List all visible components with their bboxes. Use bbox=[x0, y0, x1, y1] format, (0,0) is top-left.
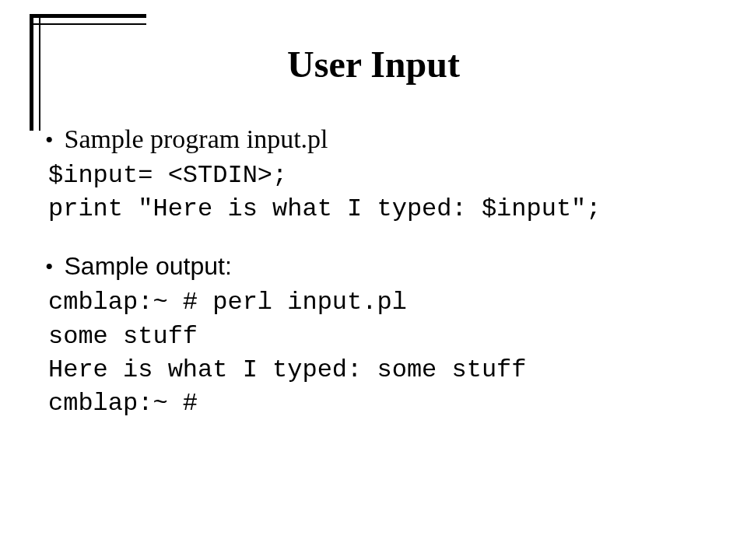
bullet-text: Sample program input.pl bbox=[65, 124, 328, 154]
bullet-text: Sample output: bbox=[65, 252, 232, 281]
bullet-item: • Sample output: bbox=[48, 252, 716, 281]
slide-title: User Input bbox=[0, 43, 747, 86]
code-line: some stuff bbox=[48, 320, 716, 353]
slide-content: • Sample program input.pl $input= <STDIN… bbox=[48, 124, 716, 420]
decoration-line bbox=[30, 14, 146, 18]
bullet-dot-icon: • bbox=[45, 255, 54, 278]
code-line: $input= <STDIN>; bbox=[48, 159, 716, 192]
code-line: Here is what I typed: some stuff bbox=[48, 353, 716, 387]
code-line: cmblap:~ # bbox=[48, 387, 716, 420]
decoration-line bbox=[30, 23, 146, 25]
spacer bbox=[48, 226, 716, 252]
code-line: cmblap:~ # perl input.pl bbox=[48, 285, 716, 319]
bullet-dot-icon: • bbox=[45, 128, 54, 152]
bullet-item: • Sample program input.pl bbox=[48, 124, 716, 154]
code-line: print "Here is what I typed: $input"; bbox=[48, 192, 716, 226]
